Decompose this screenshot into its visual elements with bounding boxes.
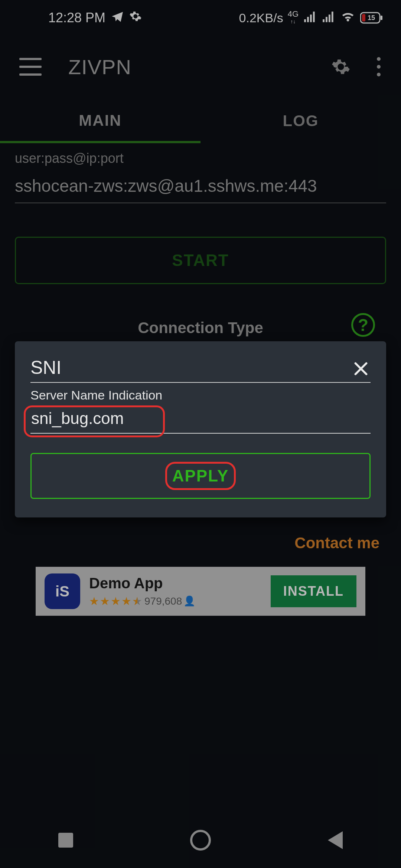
star-icon: ★ [89,595,99,608]
ad-rating: ★ ★ ★ ★ ★ 979,608 👤 [89,595,262,608]
star-half-icon: ★ [132,595,142,608]
back-button[interactable] [328,831,343,849]
sni-sublabel: Server Name Indication [30,388,371,402]
app-bar: ZIVPN [0,48,401,85]
ad-app-icon: iS [45,573,80,609]
svg-rect-2 [362,14,365,22]
credentials-field[interactable]: user:pass@ip:port sshocean-zws:zws@au1.s… [15,151,386,203]
net-type-icon: 4G↑↓ [288,11,299,25]
overflow-icon[interactable] [371,57,386,76]
start-button[interactable]: START [15,237,386,284]
android-nav-bar [0,812,401,868]
app-title: ZIVPN [68,55,131,79]
settings-icon[interactable] [331,57,351,76]
menu-icon[interactable] [19,58,42,76]
star-icon: ★ [111,595,121,608]
telegram-icon [111,10,124,26]
tab-main[interactable]: MAIN [0,100,200,143]
battery-icon: 15 [360,12,383,24]
apply-label: APPLY [172,467,229,485]
ad-count: 979,608 [144,595,182,607]
clock: 12:28 PM [48,10,105,26]
sni-input[interactable] [30,409,371,434]
apply-button[interactable]: APPLY [30,453,371,499]
credentials-label: user:pass@ip:port [15,151,386,166]
close-icon[interactable] [351,359,371,378]
contact-link[interactable]: Contact me [294,534,379,552]
help-icon[interactable]: ? [351,313,375,337]
wifi-icon [340,10,356,26]
dialog-title: SNI [30,357,61,378]
svg-text:15: 15 [368,14,375,22]
gear-icon [129,10,142,26]
install-button[interactable]: INSTALL [271,575,356,607]
credentials-value[interactable]: sshocean-zws:zws@au1.sshws.me:443 [15,176,386,203]
connection-type-row: Connection Type ? [0,311,401,344]
users-icon: 👤 [183,595,195,607]
net-speed: 0.2KB/s [239,11,283,25]
signal-icon [303,10,317,26]
star-icon: ★ [121,595,131,608]
star-icon: ★ [100,595,110,608]
tab-log[interactable]: LOG [200,100,401,143]
svg-rect-1 [381,16,382,20]
ad-banner[interactable]: iS Demo App ★ ★ ★ ★ ★ 979,608 👤 INSTALL [36,567,365,616]
tabs: MAIN LOG [0,100,401,143]
sni-dialog: SNI Server Name Indication APPLY [15,341,386,517]
recents-button[interactable] [58,833,73,848]
status-bar: 12:28 PM 0.2KB/s 4G↑↓ [0,0,401,36]
home-button[interactable] [190,830,211,851]
connection-type-label: Connection Type [138,319,263,337]
signal-icon-2 [322,10,336,26]
ad-title: Demo App [89,575,262,592]
